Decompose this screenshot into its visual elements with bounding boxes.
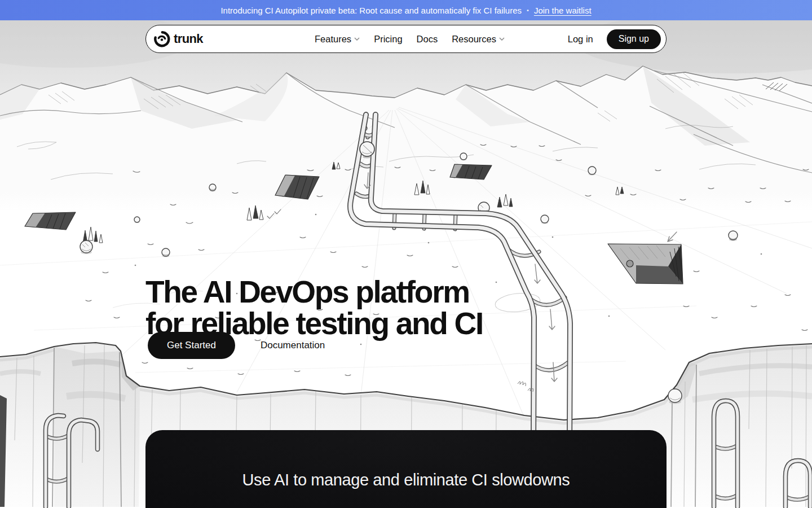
rolling-ball xyxy=(360,142,374,156)
hero-title-line1: The AI DevOps platform xyxy=(145,276,483,308)
mountains xyxy=(0,66,812,192)
get-started-button[interactable]: Get Started xyxy=(148,332,235,359)
trunk-logo-icon xyxy=(153,30,170,47)
brand-name: trunk xyxy=(174,32,203,46)
announcement-banner: Introducing CI Autopilot private beta: R… xyxy=(0,0,812,20)
banner-message: Introducing CI Autopilot private beta: R… xyxy=(220,6,522,15)
spikes xyxy=(83,162,624,243)
ai-section-card: Use AI to manage and eliminate CI slowdo… xyxy=(145,430,667,508)
nav-links: Features Pricing Docs Resources xyxy=(315,25,505,52)
pit-center xyxy=(450,164,492,179)
nav-item-pricing[interactable]: Pricing xyxy=(374,34,402,45)
nav-container: trunk Features Pricing Docs Resources xyxy=(145,25,667,53)
ai-section-heading: Use AI to manage and eliminate CI slowdo… xyxy=(242,471,570,508)
documentation-link[interactable]: Documentation xyxy=(261,340,325,351)
nav-item-docs[interactable]: Docs xyxy=(417,34,438,45)
hero-title: The AI DevOps platform for reliable test… xyxy=(145,276,483,339)
scattered-balls xyxy=(80,126,738,257)
ground-grid xyxy=(0,107,812,418)
join-waitlist-link[interactable]: Join the waitlist xyxy=(534,6,592,15)
login-link[interactable]: Log in xyxy=(568,34,593,45)
brand-home-link[interactable]: trunk xyxy=(153,25,203,52)
nav-actions: Log in Sign up xyxy=(568,25,661,52)
page: Introducing CI Autopilot private beta: R… xyxy=(0,0,812,508)
banner-separator: • xyxy=(527,7,529,14)
nav-item-features[interactable]: Features xyxy=(315,34,360,45)
navbar: trunk Features Pricing Docs Resources xyxy=(145,25,667,53)
pit-right xyxy=(608,232,683,284)
chevron-down-icon xyxy=(354,37,360,41)
signup-button[interactable]: Sign up xyxy=(607,29,661,49)
pit-center-left xyxy=(275,175,319,199)
hero-cta-row: Get Started Documentation xyxy=(148,332,325,359)
nav-item-resources[interactable]: Resources xyxy=(452,34,505,45)
pit-left xyxy=(25,212,76,230)
chevron-down-icon xyxy=(499,37,505,41)
